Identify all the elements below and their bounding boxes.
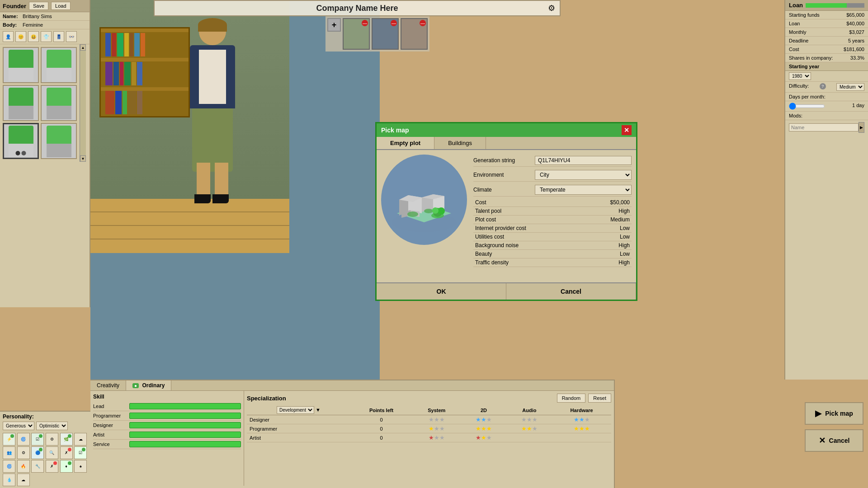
mods-row: Mods:	[785, 112, 868, 120]
spec-artist-hardware	[552, 433, 611, 442]
monthly-label: Monthly	[789, 29, 807, 35]
outfit-panel: ▲ ▼	[0, 44, 90, 162]
pants-icon[interactable]: 👖	[53, 31, 64, 42]
glasses-icon[interactable]: 👓	[66, 31, 77, 42]
pick-map-button[interactable]: ▶ Pick map	[805, 402, 863, 425]
trait-icon-19[interactable]: 💧	[3, 474, 15, 486]
tab-ordinary[interactable]: ● Ordinary	[126, 380, 171, 390]
trait-icon-2[interactable]: 🌀	[17, 433, 30, 446]
random-button[interactable]: Random	[557, 394, 586, 403]
trait-icon-9[interactable]: 🔵	[31, 446, 44, 459]
pick-map-modal: Pick map ✕ Empty plot Buildings	[375, 122, 637, 301]
scroll-down-arrow[interactable]: ▼	[80, 155, 86, 162]
mods-expand-btn[interactable]: ▶	[859, 122, 864, 133]
trait-icon-4[interactable]: ⚙	[46, 433, 58, 446]
stat-beauty: Beauty Low	[473, 250, 632, 258]
bottom-panel: Creativity ● Ordinary Skill Lead Program…	[90, 380, 615, 488]
outfit-2[interactable]	[41, 47, 77, 83]
trait-icon-18[interactable]: ♠	[74, 460, 87, 473]
loan-row: Loan $40,000	[785, 19, 868, 28]
skill-header-row: Skill	[93, 394, 241, 400]
trait-icon-20[interactable]: ☁	[17, 474, 30, 486]
trait-1-select[interactable]: Generous	[3, 422, 34, 430]
cost-value: $181,600	[844, 47, 864, 52]
spec-table: Development ▼ Points left System 2D Audi…	[247, 405, 611, 442]
stat-talent-label: Talent pool	[475, 208, 501, 214]
trait-icon-12[interactable]: ☑	[74, 446, 87, 459]
spec-header-row-tr: Development ▼ Points left System 2D Audi…	[247, 405, 611, 415]
avatar-3[interactable]: —	[401, 18, 428, 50]
trait-icon-1[interactable]: ⚡	[3, 433, 15, 446]
trait-icon-14[interactable]: 🔥	[17, 460, 30, 473]
tab-empty-plot[interactable]: Empty plot	[377, 137, 434, 149]
trait-2-select[interactable]: Optimistic	[36, 422, 68, 430]
modal-close-button[interactable]: ✕	[622, 125, 632, 135]
starting-year-select[interactable]: 1980	[789, 72, 811, 80]
spec-buttons: Random Reset	[557, 394, 611, 403]
spec-col-audio: Audio	[506, 405, 552, 415]
expression-icon[interactable]: 😃	[28, 31, 39, 42]
trait-icon-3[interactable]: ☑	[31, 433, 44, 446]
ok-button[interactable]: OK	[377, 283, 506, 300]
outfit-5[interactable]	[3, 123, 39, 159]
environment-select[interactable]: City	[535, 170, 632, 180]
spec-programmer-points: 0	[350, 424, 412, 433]
save-button[interactable]: Save	[29, 2, 48, 10]
trait-icon-10[interactable]: 🔍	[46, 446, 58, 459]
scroll-up-arrow[interactable]: ▲	[80, 44, 86, 51]
mods-search-input[interactable]	[789, 123, 859, 131]
tab-creativity[interactable]: Creativity	[90, 380, 126, 390]
stat-cost: Cost $50,000	[473, 198, 632, 207]
modal-title: Pick map	[381, 127, 409, 134]
trait-icon-17[interactable]: ♦	[60, 460, 73, 473]
spec-row-designer: Designer 0 ★★★ ★★★ ★★★	[247, 415, 611, 424]
add-avatar-button[interactable]: +	[327, 18, 341, 32]
settings-icon[interactable]: ⚙	[548, 3, 555, 13]
outfit-3[interactable]	[3, 85, 39, 121]
name-row: Name: Brittany Sims	[0, 12, 90, 21]
shirt-icon[interactable]: 👕	[41, 31, 52, 42]
cancel-button[interactable]: Cancel	[506, 283, 636, 300]
trait-icon-5[interactable]: 🌿	[60, 433, 73, 446]
main-cancel-button[interactable]: ✕ Cancel	[805, 429, 863, 452]
avatar-1[interactable]: —	[343, 18, 370, 50]
skin-icon[interactable]: 👤	[3, 31, 14, 42]
outfit-6[interactable]	[41, 123, 77, 159]
trait-icon-7[interactable]: 👥	[3, 446, 15, 459]
climate-label: Climate	[473, 187, 532, 193]
difficulty-help[interactable]: ?	[820, 83, 826, 89]
reset-button[interactable]: Reset	[588, 394, 611, 403]
left-panel: Founder Save Load Name: Brittany Sims Bo…	[0, 0, 90, 307]
spec-header-row: Specialization Random Reset	[247, 394, 611, 403]
face-icon[interactable]: 😊	[15, 31, 26, 42]
tab-buildings[interactable]: Buildings	[434, 137, 486, 149]
skill-section: Skill Lead Programmer Designer Artist	[90, 391, 244, 486]
modal-titlebar: Pick map ✕	[377, 123, 636, 137]
trait-icon-8[interactable]: ⚙	[17, 446, 30, 459]
climate-select[interactable]: Temperate	[535, 185, 632, 195]
cost-label: Cost	[789, 47, 799, 52]
trait-icon-11[interactable]: ✗	[60, 446, 73, 459]
spec-programmer-role: Programmer	[247, 424, 350, 433]
body-row: Body: Feminine	[0, 21, 90, 29]
stat-utilities: Utilities cost Low	[473, 233, 632, 241]
deadline-value: 5 years	[848, 38, 864, 43]
personality-section: Personality: Generous Optimistic ⚡ 🌀 ☑ ⚙…	[0, 411, 90, 488]
spec-col-system: System	[412, 405, 461, 415]
trait-icon-16[interactable]: ✗	[46, 460, 58, 473]
trait-icon-15[interactable]: 🔧	[31, 460, 44, 473]
days-slider[interactable]	[789, 103, 825, 110]
outfit-1[interactable]	[3, 47, 39, 83]
trait-icon-13[interactable]: 🌀	[3, 460, 15, 473]
outfit-4[interactable]	[41, 85, 77, 121]
spec-role-select[interactable]: Development	[277, 406, 314, 414]
load-button[interactable]: Load	[51, 2, 70, 10]
spec-section: Specialization Random Reset Development	[244, 391, 614, 486]
avatar-2[interactable]: —	[372, 18, 399, 50]
trait-icon-6[interactable]: ☁	[74, 433, 87, 446]
outfit-scroll[interactable]: ▲ ▼	[80, 44, 86, 162]
game-background: Company Name Here ⚙ + — — — Founder Save…	[0, 0, 868, 488]
skill-programmer-name: Programmer	[93, 413, 129, 418]
map-svg	[388, 164, 460, 236]
difficulty-select[interactable]: Medium	[836, 83, 864, 91]
